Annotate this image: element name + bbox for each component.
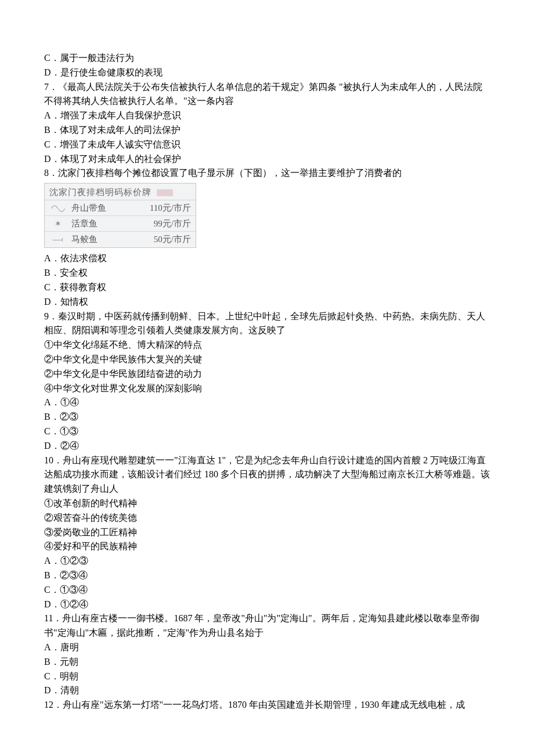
price-item-value: 50元/市斤 [139,233,191,246]
price-row: ―‹ 马鲛鱼 50元/市斤 [45,232,196,247]
price-item-name: 活章鱼 [68,217,139,231]
fish-icon: ◠◡ [48,202,68,215]
q7-option-b: B．体现了对未成年人的司法保护 [44,123,490,138]
q10-statement-4: ④爱好和平的民族精神 [44,539,490,554]
q9-statement-3: ②中华文化是中华民族团结奋进的动力 [44,367,490,381]
q6-option-c: C．属于一般违法行为 [44,51,490,66]
q7-stem: 7．《最高人民法院关于公布失信被执行人名单信息的若干规定》第四条 "被执行人为未… [44,80,490,109]
price-item-name: 马鲛鱼 [68,233,139,246]
price-row: ✶ 活章鱼 99元/市斤 [45,216,196,232]
q10-statement-1: ①改革创新的时代精神 [44,496,490,511]
q9-option-c: C．①③ [44,424,490,439]
q7-option-d: D．体现了对未成年人的社会保护 [44,152,490,167]
price-item-value: 99元/市斤 [139,217,191,231]
q11-option-b: B．元朝 [44,655,490,669]
q9-statement-2: ②中华文化是中华民族伟大复兴的关键 [44,352,490,367]
q10-option-c: C．①③④ [44,583,490,597]
q6-option-d: D．是行使生命健康权的表现 [44,66,490,80]
q9-option-d: D．②④ [44,439,490,453]
shark-icon: ―‹ [48,233,68,246]
q10-stem: 10．舟山有座现代雕塑建筑一一"江海直达 1"，它是为纪念去年舟山自行设计建造的… [44,453,490,496]
price-item-value: 110元/市斤 [139,201,191,215]
q10-statement-2: ②艰苦奋斗的传统美德 [44,511,490,525]
q8-stem: 8．沈家门夜排档每个摊位都设置了电子显示屏（下图），这一举措主要维护了消费者的 [44,166,490,181]
q11-option-d: D．清朝 [44,683,490,698]
octopus-icon: ✶ [48,218,68,231]
price-card-title: 沈家门夜排档明码标价牌 [45,183,196,200]
q12-stem: 12．舟山有座"远东第一灯塔"一一花鸟灯塔。1870 年由英国建造并长期管理，1… [44,698,490,712]
q8-option-a: A．依法求偿权 [44,251,490,266]
q8-option-b: B．安全权 [44,266,490,280]
q10-option-b: B．②③④ [44,568,490,583]
q8-option-d: D．知情权 [44,295,490,309]
q8-option-c: C．获得教育权 [44,280,490,295]
q11-option-c: C．明朝 [44,669,490,684]
q10-statement-3: ③爱岗敬业的工匠精神 [44,525,490,540]
q9-stem: 9．秦汉时期，中医药就传播到朝鲜、日本。上世纪中叶起，全球先后掀起针灸热、中药热… [44,309,490,339]
q7-option-c: C．增强了未成年人诚实守信意识 [44,138,490,152]
q9-option-b: B．②③ [44,410,490,424]
q9-option-a: A．①④ [44,395,490,410]
price-row: ◠◡ 舟山带鱼 110元/市斤 [45,200,196,216]
q9-statement-1: ①中华文化绵延不绝、博大精深的特点 [44,338,490,352]
price-item-name: 舟山带鱼 [68,201,139,215]
price-card-title-text: 沈家门夜排档明码标价牌 [49,187,151,197]
q11-option-a: A．唐明 [44,640,490,655]
tag-icon [157,189,173,196]
q10-option-a: A．①②③ [44,554,490,568]
price-card: 沈家门夜排档明码标价牌 ◠◡ 舟山带鱼 110元/市斤 ✶ 活章鱼 99元/市斤… [44,183,196,248]
q10-option-d: D．①②④ [44,597,490,612]
q7-option-a: A．增强了未成年人自我保护意识 [44,109,490,123]
q11-stem: 11．舟山有座古楼一一御书楼。1687 年，皇帝改"舟山"为"定海山"。两年后，… [44,611,490,640]
q9-statement-4: ④中华文化对世界文化发展的深刻影响 [44,381,490,396]
